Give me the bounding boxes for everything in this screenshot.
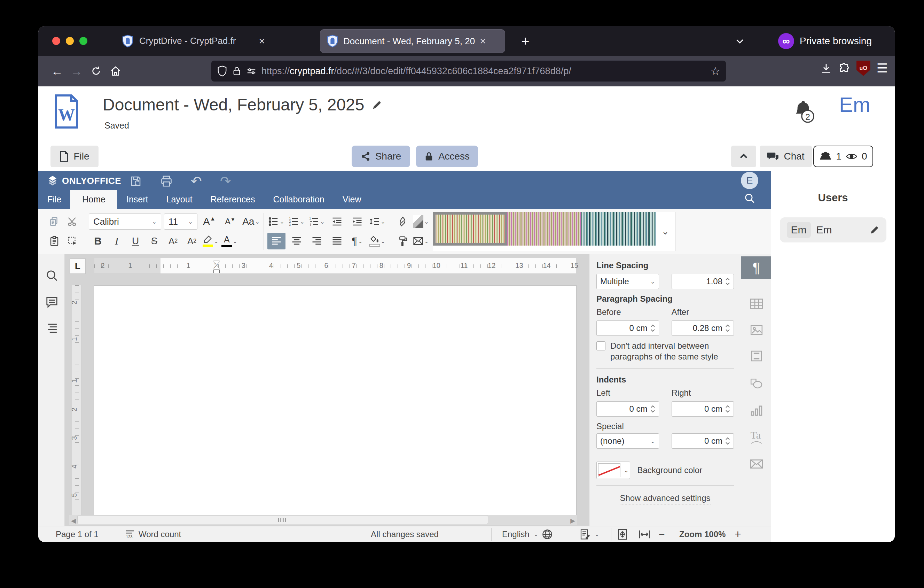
special-select[interactable]: (none)⌄ xyxy=(596,433,659,449)
clear-style-button[interactable] xyxy=(394,213,412,230)
menu-view[interactable]: View xyxy=(333,190,370,209)
home-button[interactable] xyxy=(106,61,125,81)
document-title[interactable]: Document - Wed, February 5, 2025 xyxy=(103,95,364,114)
list-tabs-chevron-icon[interactable] xyxy=(734,36,745,46)
justify-button[interactable] xyxy=(328,233,346,249)
search-icon[interactable] xyxy=(744,192,756,204)
tab-cryptdrive[interactable]: CryptDrive - CryptPad.fr × xyxy=(122,26,265,56)
font-color-button[interactable]: A⌄ xyxy=(220,233,239,249)
spacing-after-spinner[interactable]: 0.28 cm xyxy=(672,320,734,336)
increase-indent-button[interactable] xyxy=(348,213,366,230)
background-color-picker[interactable]: ⌄ xyxy=(596,462,630,479)
textart-settings-tab[interactable]: Ta xyxy=(741,425,771,448)
menu-icon[interactable]: ☰ xyxy=(877,61,888,76)
no-interval-checkbox[interactable] xyxy=(596,341,606,350)
h-ruler[interactable]: 21123456789101112131415 xyxy=(94,258,576,274)
style-preview-heading[interactable] xyxy=(581,212,655,246)
maximize-window-button[interactable] xyxy=(79,37,87,45)
menu-insert[interactable]: Insert xyxy=(117,190,157,209)
word-count-button[interactable]: 123 Word count xyxy=(125,526,181,542)
close-tab-icon[interactable]: × xyxy=(259,35,265,47)
multilevel-list-button[interactable]: 1i⌄ xyxy=(308,213,326,230)
user-list-item[interactable]: Em Em xyxy=(780,217,886,243)
copy-style-button[interactable] xyxy=(394,233,412,249)
style-preview-normal[interactable] xyxy=(433,212,507,246)
horizontal-scroll-thumb[interactable] xyxy=(77,515,488,524)
menu-collaboration[interactable]: Collaboration xyxy=(264,190,333,209)
print-icon[interactable] xyxy=(160,175,173,187)
close-window-button[interactable] xyxy=(52,37,60,45)
mail-merge-settings-tab[interactable] xyxy=(741,453,771,475)
tab-stop-selector[interactable]: L xyxy=(69,258,86,274)
ublock-origin-icon[interactable]: uO xyxy=(856,61,870,76)
underline-button[interactable]: U xyxy=(126,233,145,249)
close-tab-icon[interactable]: × xyxy=(480,35,486,47)
extensions-icon[interactable] xyxy=(838,62,850,74)
styles-expand-chevron[interactable]: ⌄ xyxy=(655,212,675,251)
line-spacing-value-spinner[interactable]: 1.08 xyxy=(672,274,734,289)
paragraph-settings-tab[interactable]: ¶ xyxy=(741,256,771,279)
file-menu-button[interactable]: File xyxy=(51,145,99,167)
cut-button[interactable] xyxy=(63,213,81,230)
access-button[interactable]: Access xyxy=(416,145,478,167)
align-center-button[interactable] xyxy=(287,233,306,249)
find-icon[interactable] xyxy=(45,269,58,282)
numbered-list-button[interactable]: 123⌄ xyxy=(287,213,306,230)
forward-button[interactable]: → xyxy=(67,61,86,81)
undo-icon[interactable]: ↶ xyxy=(191,176,202,187)
scroll-right-button[interactable]: ▶ xyxy=(570,517,575,525)
menu-layout[interactable]: Layout xyxy=(157,190,201,209)
fit-width-button[interactable] xyxy=(639,526,650,542)
edit-title-pencil-icon[interactable] xyxy=(372,100,382,110)
menu-home[interactable]: Home xyxy=(70,190,117,209)
language-selector[interactable]: English⌄ xyxy=(502,526,553,542)
style-preview-no-spacing[interactable] xyxy=(507,212,581,246)
zoom-in-button[interactable]: + xyxy=(734,526,741,542)
url-bar[interactable]: https://cryptpad.fr/doc/#/3/doc/edit/ff0… xyxy=(211,61,726,81)
show-advanced-settings-link[interactable]: Show advanced settings xyxy=(596,493,734,503)
font-name-select[interactable]: Calibri⌄ xyxy=(89,213,161,230)
strikethrough-button[interactable]: S xyxy=(145,233,163,249)
indent-right-spinner[interactable]: 0 cm xyxy=(672,401,734,416)
downloads-icon[interactable] xyxy=(820,62,832,74)
line-spacing-type-select[interactable]: Multiple⌄ xyxy=(596,274,659,289)
account-avatar[interactable]: Em xyxy=(839,92,870,117)
document-page[interactable] xyxy=(94,286,576,515)
font-size-select[interactable]: 11⌄ xyxy=(164,213,197,230)
copy-button[interactable] xyxy=(45,213,63,230)
new-tab-button[interactable]: + xyxy=(516,32,535,51)
fit-page-button[interactable] xyxy=(617,526,628,542)
minimize-window-button[interactable] xyxy=(66,37,74,45)
grow-font-button[interactable]: A▲ xyxy=(200,213,218,230)
menu-file[interactable]: File xyxy=(38,190,70,209)
indent-marker[interactable] xyxy=(213,261,220,273)
mail-merge-button[interactable]: ⌄ xyxy=(412,233,430,249)
highlight-color-button[interactable]: ⌄ xyxy=(201,233,220,249)
chat-button[interactable]: Chat xyxy=(760,145,812,167)
shape-settings-tab[interactable] xyxy=(741,372,771,395)
bullet-list-button[interactable]: ⌄ xyxy=(267,213,285,230)
align-right-button[interactable] xyxy=(308,233,326,249)
paste-button[interactable] xyxy=(45,233,63,249)
show-paragraph-marks-button[interactable]: ¶⌄ xyxy=(348,233,366,249)
reload-button[interactable] xyxy=(86,61,106,81)
decrease-indent-button[interactable] xyxy=(328,213,346,230)
italic-button[interactable]: I xyxy=(107,233,126,249)
editor-user-avatar[interactable]: E xyxy=(741,172,758,189)
back-button[interactable]: ← xyxy=(47,61,67,81)
spacing-before-spinner[interactable]: 0 cm xyxy=(596,320,659,336)
chart-settings-tab[interactable] xyxy=(741,400,771,422)
horizontal-scrollbar[interactable]: ◀ ▶ xyxy=(69,515,577,525)
tracking-shield-icon[interactable] xyxy=(217,65,227,77)
select-all-button[interactable] xyxy=(63,233,81,249)
comments-icon[interactable] xyxy=(45,296,58,309)
change-case-button[interactable]: Aa⌄ xyxy=(242,213,260,230)
menu-references[interactable]: References xyxy=(201,190,264,209)
scroll-left-button[interactable]: ◀ xyxy=(71,517,76,525)
share-button[interactable]: Share xyxy=(351,145,410,167)
edit-name-pencil-icon[interactable] xyxy=(870,225,879,235)
v-ruler[interactable]: 21123456 xyxy=(72,285,81,522)
special-value-spinner[interactable]: 0 cm xyxy=(672,433,734,449)
zoom-out-button[interactable]: − xyxy=(659,526,665,542)
permissions-icon[interactable] xyxy=(246,66,257,76)
